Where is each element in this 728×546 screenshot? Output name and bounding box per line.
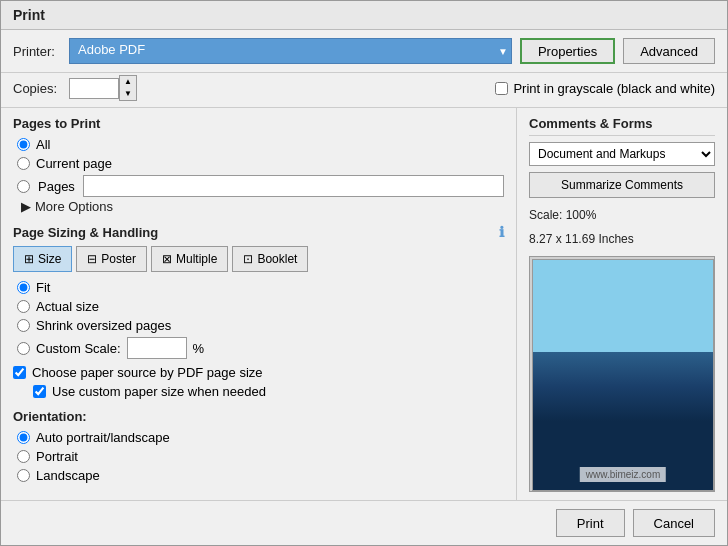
current-page-radio[interactable] — [17, 157, 30, 170]
booklet-tab-label: Booklet — [257, 252, 297, 266]
left-panel: Pages to Print All Current page Pages 1 … — [1, 108, 517, 500]
preview-image — [533, 260, 713, 490]
page-sizing-header: Page Sizing & Handling ℹ — [13, 224, 504, 240]
custom-scale-radio[interactable] — [17, 342, 30, 355]
shrink-label: Shrink oversized pages — [36, 318, 171, 333]
actual-size-option[interactable]: Actual size — [17, 299, 504, 314]
multiple-tab-icon: ⊠ — [162, 252, 172, 266]
dimensions-info: 8.27 x 11.69 Inches — [529, 232, 715, 246]
copies-down[interactable]: ▼ — [120, 88, 136, 100]
more-options-toggle[interactable]: ▶ More Options — [13, 197, 504, 216]
current-page-label: Current page — [36, 156, 112, 171]
poster-tab-icon: ⊟ — [87, 252, 97, 266]
right-panel: Comments & Forms Document and Markups Su… — [517, 108, 727, 500]
page-handling-tabs: ⊞ Size ⊟ Poster ⊠ Multiple ⊡ Booklet — [13, 246, 504, 272]
fit-label: Fit — [36, 280, 50, 295]
copies-label: Copies: — [13, 81, 61, 96]
orientation-options: Auto portrait/landscape Portrait Landsca… — [17, 430, 504, 483]
shrink-radio[interactable] — [17, 319, 30, 332]
choose-paper-checkbox[interactable] — [13, 366, 26, 379]
pages-range-input[interactable]: 1 - 8 — [83, 175, 504, 197]
custom-scale-option: Custom Scale: 100 % — [17, 337, 504, 359]
comments-forms-title: Comments & Forms — [529, 116, 715, 136]
choose-paper-label: Choose paper source by PDF page size — [32, 365, 263, 380]
custom-paper-label: Use custom paper size when needed — [52, 384, 266, 399]
portrait-radio[interactable] — [17, 450, 30, 463]
info-icon: ℹ — [499, 224, 504, 240]
landscape-label: Landscape — [36, 468, 100, 483]
page-sizing-section: Page Sizing & Handling ℹ ⊞ Size ⊟ Poster… — [13, 224, 504, 399]
watermark: www.bimeiz.com — [580, 467, 666, 482]
custom-scale-input[interactable]: 100 — [127, 337, 187, 359]
pages-range-option: Pages 1 - 8 — [17, 175, 504, 197]
print-dialog: Print Printer: Adobe PDF ▼ Properties Ad… — [0, 0, 728, 546]
all-pages-radio[interactable] — [17, 138, 30, 151]
actual-size-radio[interactable] — [17, 300, 30, 313]
orientation-section: Orientation: Auto portrait/landscape Por… — [13, 409, 504, 483]
all-pages-label: All — [36, 137, 50, 152]
advanced-button[interactable]: Advanced — [623, 38, 715, 64]
actual-size-label: Actual size — [36, 299, 99, 314]
printer-select[interactable]: Adobe PDF — [69, 38, 512, 64]
portrait-option[interactable]: Portrait — [17, 449, 504, 464]
preview-area: www.bimeiz.com — [529, 256, 715, 492]
auto-orientation-radio[interactable] — [17, 431, 30, 444]
booklet-tab-icon: ⊡ — [243, 252, 253, 266]
auto-orientation-option[interactable]: Auto portrait/landscape — [17, 430, 504, 445]
copies-input[interactable]: 1 — [69, 78, 119, 99]
pages-range-radio[interactable] — [17, 180, 30, 193]
printer-label: Printer: — [13, 44, 61, 59]
grayscale-checkbox-label[interactable]: Print in grayscale (black and white) — [495, 81, 715, 96]
portrait-label: Portrait — [36, 449, 78, 464]
auto-orientation-label: Auto portrait/landscape — [36, 430, 170, 445]
orientation-title: Orientation: — [13, 409, 504, 424]
landscape-option[interactable]: Landscape — [17, 468, 504, 483]
pages-to-print-title: Pages to Print — [13, 116, 504, 131]
custom-scale-label: Custom Scale: — [36, 341, 121, 356]
cancel-button[interactable]: Cancel — [633, 509, 715, 537]
pages-label: Pages — [38, 179, 75, 194]
custom-paper-checkbox[interactable] — [33, 385, 46, 398]
shrink-option[interactable]: Shrink oversized pages — [17, 318, 504, 333]
preview-inner: www.bimeiz.com — [532, 259, 714, 491]
multiple-tab[interactable]: ⊠ Multiple — [151, 246, 228, 272]
page-sizing-title: Page Sizing & Handling — [13, 225, 158, 240]
comments-forms-select[interactable]: Document and Markups — [529, 142, 715, 166]
copies-up[interactable]: ▲ — [120, 76, 136, 88]
poster-tab-label: Poster — [101, 252, 136, 266]
pages-to-print-options: All Current page Pages 1 - 8 — [17, 137, 504, 197]
current-page-option[interactable]: Current page — [17, 156, 504, 171]
properties-button[interactable]: Properties — [520, 38, 615, 64]
size-tab[interactable]: ⊞ Size — [13, 246, 72, 272]
booklet-tab[interactable]: ⊡ Booklet — [232, 246, 308, 272]
landscape-radio[interactable] — [17, 469, 30, 482]
dialog-buttons: Print Cancel — [1, 500, 727, 545]
printer-select-wrapper: Adobe PDF ▼ — [69, 38, 512, 64]
custom-scale-unit: % — [193, 341, 205, 356]
grayscale-label: Print in grayscale (black and white) — [513, 81, 715, 96]
fit-option[interactable]: Fit — [17, 280, 504, 295]
custom-paper-option[interactable]: Use custom paper size when needed — [33, 384, 504, 399]
fit-radio[interactable] — [17, 281, 30, 294]
dialog-title: Print — [1, 1, 727, 30]
size-tab-icon: ⊞ — [24, 252, 34, 266]
pages-to-print-section: Pages to Print All Current page Pages 1 … — [13, 116, 504, 216]
size-tab-label: Size — [38, 252, 61, 266]
all-pages-option[interactable]: All — [17, 137, 504, 152]
poster-tab[interactable]: ⊟ Poster — [76, 246, 147, 272]
paper-options: Choose paper source by PDF page size Use… — [13, 365, 504, 399]
more-options-label: More Options — [35, 199, 113, 214]
more-options-arrow: ▶ — [21, 199, 31, 214]
choose-paper-option[interactable]: Choose paper source by PDF page size — [13, 365, 504, 380]
fit-options: Fit Actual size Shrink oversized pages C… — [17, 280, 504, 359]
copies-spinner: ▲ ▼ — [119, 75, 137, 101]
summarize-button[interactable]: Summarize Comments — [529, 172, 715, 198]
grayscale-checkbox[interactable] — [495, 82, 508, 95]
scale-info: Scale: 100% — [529, 208, 715, 222]
multiple-tab-label: Multiple — [176, 252, 217, 266]
print-button[interactable]: Print — [556, 509, 625, 537]
